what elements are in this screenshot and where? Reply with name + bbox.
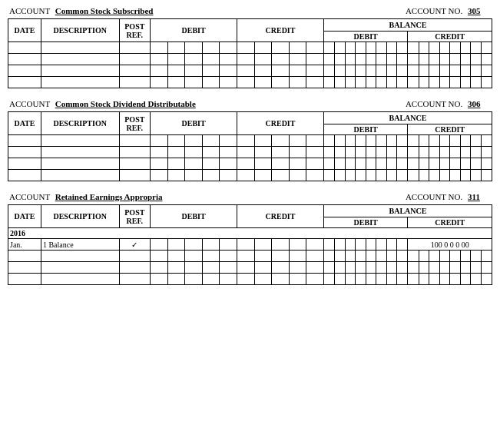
ledger-table-account-1: DATE DESCRIPTION POSTREF. DEBIT CREDIT B…: [8, 18, 492, 88]
account-header-account-2: ACCOUNT Common Stock Dividend Distributa…: [8, 99, 492, 108]
row-credit: [237, 158, 324, 170]
account-no-label: ACCOUNT NO.: [406, 192, 462, 201]
row-debit: [151, 274, 237, 285]
balance-header: BALANCE: [323, 19, 492, 32]
row-bal-credit: [408, 274, 492, 285]
row-date: [8, 170, 41, 181]
date-header: DATE: [8, 205, 41, 228]
row-debit: [151, 239, 237, 251]
row-bal-credit: [408, 135, 492, 147]
row-bal-debit: [323, 170, 408, 181]
account-name: Common Stock Subscribed: [55, 6, 154, 15]
balance-debit-header: DEBIT: [323, 124, 408, 135]
row-date: [8, 77, 41, 88]
row-bal-credit: [408, 158, 492, 170]
debit-header: DEBIT: [151, 19, 237, 42]
row-debit: [151, 42, 237, 54]
row-desc: [41, 274, 119, 285]
row-credit: [237, 42, 324, 54]
description-header: DESCRIPTION: [41, 205, 119, 228]
post-ref-header: POSTREF.: [119, 112, 151, 135]
account-1: ACCOUNT Common Stock Subscribed ACCOUNT …: [8, 6, 492, 88]
row-post: ✓: [119, 239, 151, 251]
row-bal-debit: [323, 251, 408, 262]
row-bal-debit: [323, 42, 408, 54]
balance-debit-header: DEBIT: [323, 217, 408, 228]
row-desc: [41, 54, 119, 65]
row-bal-debit: [323, 262, 408, 274]
account-no-label: ACCOUNT NO.: [406, 6, 462, 15]
balance-credit-header: CREDIT: [408, 32, 492, 42]
date-header: DATE: [8, 112, 41, 135]
account-header-account-1: ACCOUNT Common Stock Subscribed ACCOUNT …: [8, 6, 492, 15]
row-date: [8, 65, 41, 77]
ledger-table-account-3: DATE DESCRIPTION POSTREF. DEBIT CREDIT B…: [8, 204, 492, 285]
row-desc: [41, 170, 119, 181]
row-credit: [237, 135, 324, 147]
row-bal-debit: [323, 77, 408, 88]
row-debit: [151, 135, 237, 147]
credit-header: CREDIT: [237, 205, 324, 228]
account-2: ACCOUNT Common Stock Dividend Distributa…: [8, 99, 492, 181]
row-desc: [41, 262, 119, 274]
row-bal-credit: [408, 262, 492, 274]
row-post: [119, 147, 151, 158]
row-credit: [237, 147, 324, 158]
balance-debit-header: DEBIT: [323, 32, 408, 42]
account-name: Retained Earnings Appropria: [55, 192, 163, 201]
table-row: [8, 158, 492, 170]
row-bal-debit: [323, 239, 408, 251]
row-desc: [41, 158, 119, 170]
row-bal-debit: [323, 54, 408, 65]
row-post: [119, 170, 151, 181]
row-credit: [237, 77, 324, 88]
ledger-table-account-2: DATE DESCRIPTION POSTREF. DEBIT CREDIT B…: [8, 111, 492, 181]
row-desc: [41, 251, 119, 262]
table-row: [8, 135, 492, 147]
table-row: [8, 42, 492, 54]
account-no-value: 306: [468, 99, 491, 108]
debit-header: DEBIT: [151, 205, 237, 228]
row-debit: [151, 262, 237, 274]
balance-header: BALANCE: [323, 205, 492, 217]
account-label: ACCOUNT: [9, 6, 50, 15]
row-debit: [151, 147, 237, 158]
row-bal-debit: [323, 135, 408, 147]
row-debit: [151, 65, 237, 77]
table-row: [8, 251, 492, 262]
row-desc: [41, 77, 119, 88]
row-bal-credit: [408, 65, 492, 77]
row-bal-credit: [408, 147, 492, 158]
account-no-value: 311: [468, 192, 491, 201]
credit-header: CREDIT: [237, 19, 324, 42]
post-ref-header: POSTREF.: [119, 205, 151, 228]
row-date: [8, 158, 41, 170]
row-date: [8, 135, 41, 147]
special-data-row: Jan. 1 Balance ✓ 100 0 0 0 00: [8, 239, 492, 251]
row-bal-credit: [408, 251, 492, 262]
account-no-label: ACCOUNT NO.: [406, 99, 462, 108]
table-row: [8, 54, 492, 65]
row-desc: [41, 147, 119, 158]
row-desc: [41, 65, 119, 77]
year-row: 2016: [8, 228, 492, 239]
row-debit: [151, 54, 237, 65]
row-debit: [151, 251, 237, 262]
row-desc: [41, 42, 119, 54]
row-bal-credit: [408, 54, 492, 65]
row-desc: [41, 135, 119, 147]
table-row: [8, 262, 492, 274]
table-row: [8, 147, 492, 158]
balance-header: BALANCE: [323, 112, 492, 124]
row-date: [8, 42, 41, 54]
year-cell: 2016: [8, 228, 492, 239]
row-credit: [237, 65, 324, 77]
account-no-value: 305: [468, 6, 491, 15]
account-name: Common Stock Dividend Distributable: [55, 99, 196, 108]
row-post: [119, 54, 151, 65]
row-post: [119, 251, 151, 262]
account-label: ACCOUNT: [9, 99, 50, 108]
row-credit: [237, 274, 324, 285]
table-row: [8, 65, 492, 77]
row-post: [119, 42, 151, 54]
